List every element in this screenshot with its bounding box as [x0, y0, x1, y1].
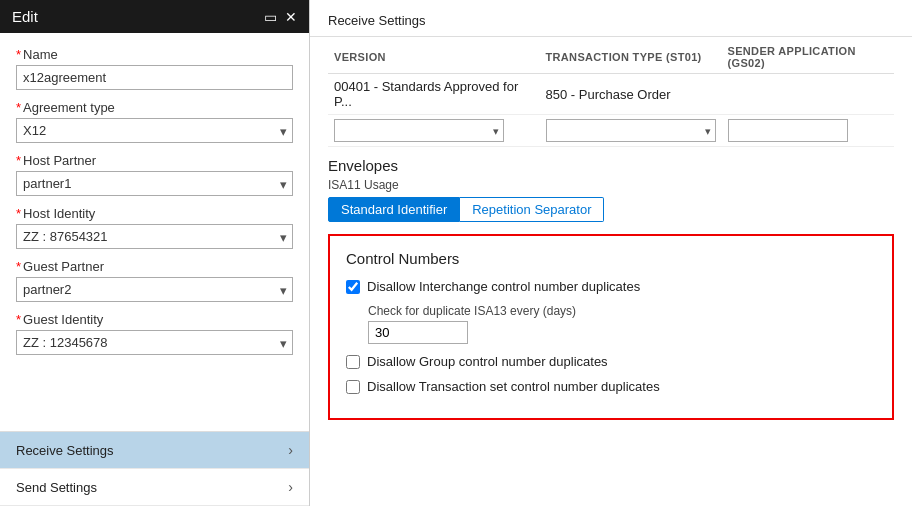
disallow-interchange-label: Disallow Interchange control number dupl…: [367, 279, 640, 294]
standard-identifier-tab[interactable]: Standard Identifier: [328, 197, 460, 222]
agreement-type-label: *Agreement type: [16, 100, 293, 115]
header-icons: ▭ ✕: [264, 9, 297, 25]
checkbox-group-row: Disallow Group control number duplicates: [346, 354, 876, 369]
left-header: Edit ▭ ✕: [0, 0, 309, 33]
left-nav: Receive Settings › Send Settings ›: [0, 431, 309, 506]
minimize-icon[interactable]: ▭: [264, 9, 277, 25]
days-input[interactable]: [368, 321, 468, 344]
right-title: Receive Settings: [328, 13, 426, 28]
control-numbers-title: Control Numbers: [346, 250, 876, 267]
isa-btn-group: Standard Identifier Repetition Separator: [328, 197, 894, 222]
transaction-type-select[interactable]: [546, 119, 716, 142]
row-sender-app: [722, 74, 894, 115]
table-select-row: ▾ ▾: [328, 115, 894, 147]
right-body: VERSION TRANSACTION TYPE (ST01) SENDER A…: [310, 37, 912, 506]
sender-app-input-cell: [722, 115, 894, 147]
version-select[interactable]: [334, 119, 504, 142]
col-sender-app: SENDER APPLICATION (GS02): [722, 37, 894, 74]
envelopes-title: Envelopes: [328, 157, 894, 174]
name-input[interactable]: [16, 65, 293, 90]
repetition-separator-tab[interactable]: Repetition Separator: [460, 197, 604, 222]
envelopes-section: Envelopes ISA11 Usage Standard Identifie…: [328, 157, 894, 222]
row-transaction-type: 850 - Purchase Order: [540, 74, 722, 115]
table-row: 00401 - Standards Approved for P... 850 …: [328, 74, 894, 115]
left-panel: Edit ▭ ✕ *Name *Agreement type X12 ▾: [0, 0, 310, 506]
days-group: Check for duplicate ISA13 every (days): [368, 304, 876, 344]
guest-identity-field-group: *Guest Identity ZZ : 12345678 ▾: [16, 312, 293, 355]
col-version: VERSION: [328, 37, 540, 74]
receive-settings-chevron-icon: ›: [288, 442, 293, 458]
host-identity-field-group: *Host Identity ZZ : 87654321 ▾: [16, 206, 293, 249]
transaction-type-select-wrap: ▾: [546, 119, 716, 142]
guest-identity-select-wrap: ZZ : 12345678 ▾: [16, 330, 293, 355]
right-header: Receive Settings: [310, 0, 912, 37]
disallow-transaction-label: Disallow Transaction set control number …: [367, 379, 660, 394]
guest-identity-label: *Guest Identity: [16, 312, 293, 327]
days-label: Check for duplicate ISA13 every (days): [368, 304, 876, 318]
row-version: 00401 - Standards Approved for P...: [328, 74, 540, 115]
agreement-type-field-group: *Agreement type X12 ▾: [16, 100, 293, 143]
edit-title: Edit: [12, 8, 38, 25]
isa-label: ISA11 Usage: [328, 178, 894, 192]
guest-identity-select[interactable]: ZZ : 12345678: [16, 330, 293, 355]
version-table: VERSION TRANSACTION TYPE (ST01) SENDER A…: [328, 37, 894, 147]
left-body: *Name *Agreement type X12 ▾ *Host Partne…: [0, 33, 309, 431]
guest-partner-field-group: *Guest Partner partner2 ▾: [16, 259, 293, 302]
host-identity-label: *Host Identity: [16, 206, 293, 221]
right-panel: Receive Settings VERSION TRANSACTION TYP…: [310, 0, 912, 506]
sender-app-input[interactable]: [728, 119, 848, 142]
disallow-interchange-checkbox[interactable]: [346, 280, 360, 294]
agreement-type-select[interactable]: X12: [16, 118, 293, 143]
guest-partner-select[interactable]: partner2: [16, 277, 293, 302]
nav-send-settings[interactable]: Send Settings ›: [0, 469, 309, 506]
disallow-group-label: Disallow Group control number duplicates: [367, 354, 608, 369]
guest-partner-select-wrap: partner2 ▾: [16, 277, 293, 302]
nav-receive-settings[interactable]: Receive Settings ›: [0, 432, 309, 469]
checkbox-transaction-row: Disallow Transaction set control number …: [346, 379, 876, 394]
agreement-type-select-wrap: X12 ▾: [16, 118, 293, 143]
version-select-wrap: ▾: [334, 119, 504, 142]
transaction-select-cell: ▾: [540, 115, 722, 147]
send-settings-chevron-icon: ›: [288, 479, 293, 495]
col-transaction-type: TRANSACTION TYPE (ST01): [540, 37, 722, 74]
checkbox-interchange-row: Disallow Interchange control number dupl…: [346, 279, 876, 294]
host-partner-field-group: *Host Partner partner1 ▾: [16, 153, 293, 196]
close-icon[interactable]: ✕: [285, 9, 297, 25]
name-field-group: *Name: [16, 47, 293, 90]
host-partner-label: *Host Partner: [16, 153, 293, 168]
host-identity-select-wrap: ZZ : 87654321 ▾: [16, 224, 293, 249]
disallow-group-checkbox[interactable]: [346, 355, 360, 369]
receive-settings-label: Receive Settings: [16, 443, 114, 458]
host-partner-select-wrap: partner1 ▾: [16, 171, 293, 196]
control-numbers-box: Control Numbers Disallow Interchange con…: [328, 234, 894, 420]
name-label: *Name: [16, 47, 293, 62]
host-identity-select[interactable]: ZZ : 87654321: [16, 224, 293, 249]
guest-partner-label: *Guest Partner: [16, 259, 293, 274]
host-partner-select[interactable]: partner1: [16, 171, 293, 196]
disallow-transaction-checkbox[interactable]: [346, 380, 360, 394]
send-settings-label: Send Settings: [16, 480, 97, 495]
version-select-cell: ▾: [328, 115, 540, 147]
